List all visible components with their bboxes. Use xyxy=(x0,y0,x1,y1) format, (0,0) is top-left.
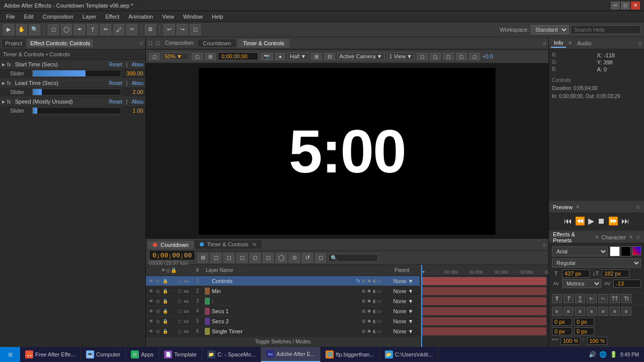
toolbar-btn-8[interactable]: ✏ xyxy=(100,24,111,35)
taskbar-item-apps[interactable]: ⊞ Apps xyxy=(126,347,159,362)
font-color-gradient[interactable] xyxy=(632,246,641,255)
menu-item-edit[interactable]: Edit xyxy=(20,13,38,21)
align-center-btn[interactable]: ≡ xyxy=(564,307,574,316)
reset-btn-1[interactable]: Reset xyxy=(109,62,122,67)
effects-menu-icon[interactable]: ≡ xyxy=(636,233,640,241)
solo-icon-5[interactable]: ◎ xyxy=(155,318,161,324)
taskbar-item-explorer[interactable]: 📂 C:\Users\nkitt... xyxy=(380,347,438,362)
slider-bar-1[interactable] xyxy=(32,70,121,77)
slider-value-2[interactable]: 2.00 xyxy=(123,89,143,95)
toolbar-btn-4[interactable]: ◻ xyxy=(48,24,59,35)
preview-res-btn[interactable]: ◻ xyxy=(192,53,203,60)
comp-menu-icon[interactable]: ≡ xyxy=(542,39,546,47)
eye-icon-3[interactable]: 👁 xyxy=(148,298,154,304)
shy-icon-1[interactable]: · xyxy=(169,278,175,284)
sw5-3[interactable]: ◐ xyxy=(373,319,377,324)
align-right-btn[interactable]: ≡ xyxy=(575,307,585,316)
collapse-icon-1[interactable]: ◻ xyxy=(176,278,182,284)
tl-btn-camera[interactable]: ◻ xyxy=(210,253,221,263)
shy-icon-4[interactable]: · xyxy=(169,308,175,314)
toolbar-btn-6[interactable]: ✒ xyxy=(74,24,85,35)
audio-tab[interactable]: Audio xyxy=(574,39,594,47)
taskbar-item-ae[interactable]: Ae Adobe After E... xyxy=(261,347,320,362)
solo-icon-6[interactable]: ◎ xyxy=(155,328,161,334)
preview-offset[interactable]: +0.0 xyxy=(482,53,493,59)
layer-row[interactable]: 👁 ◎ 🔒 · ◻ aa 5 Secs 2 ⊞ ✱ xyxy=(146,316,420,326)
preview-panel-menu[interactable]: ≡ xyxy=(636,203,640,211)
space-before-input[interactable] xyxy=(552,327,572,335)
sw4-3[interactable]: ◐ xyxy=(373,309,377,314)
preview-prev-btn[interactable]: ⏪ xyxy=(575,216,585,226)
sw2-2[interactable]: ✱ xyxy=(367,289,371,294)
preview-snap-btn[interactable]: ◻ xyxy=(149,53,160,60)
sw3-1[interactable]: ⊞ xyxy=(362,299,366,304)
all-caps-btn[interactable]: TT xyxy=(610,294,620,303)
preview-btn-e[interactable]: ◻ xyxy=(469,53,480,60)
font-color-white[interactable] xyxy=(610,246,620,256)
sw5-2[interactable]: ✱ xyxy=(367,319,371,324)
slider-value-1[interactable]: 300.00 xyxy=(123,70,143,76)
tracking-input[interactable] xyxy=(613,280,641,288)
underline-btn[interactable]: T xyxy=(575,294,585,303)
shy-icon-6[interactable]: · xyxy=(169,328,175,334)
justify-left-btn[interactable]: ≡ xyxy=(587,307,597,316)
indent-left-input[interactable] xyxy=(552,318,572,326)
font-family-select[interactable]: Arial xyxy=(552,246,608,256)
toolbar-btn-7[interactable]: T xyxy=(87,24,98,35)
start-button[interactable]: ⊞ xyxy=(0,347,20,362)
comp-tab-countdown[interactable]: Countdown xyxy=(197,39,236,48)
layer-row[interactable]: 👁 ◎ 🔒 · ◻ aa 3 : ⊞ ✱ ◐ xyxy=(146,296,420,306)
effects-presets-tab[interactable]: Effects & Presets xyxy=(553,231,592,243)
eye-icon-2[interactable]: 👁 xyxy=(148,288,154,294)
effect-header-start-time[interactable]: ▶ fx Start Time (Secs) Reset | Abou xyxy=(0,60,145,69)
sw-1[interactable]: ⊞ xyxy=(362,279,366,284)
comp-tab-timer[interactable]: Timer & Controls xyxy=(237,39,290,48)
toolbar-btn-5[interactable]: ◯ xyxy=(61,24,72,35)
maximize-button[interactable]: □ xyxy=(621,2,630,10)
space-after-input[interactable] xyxy=(574,327,594,335)
solo-icon-3[interactable]: ◎ xyxy=(155,298,161,304)
lock-icon-3[interactable]: 🔒 xyxy=(162,298,168,304)
taskbar-item-spacemo[interactable]: 📁 C: - SpaceMo... xyxy=(202,347,261,362)
layer-row[interactable]: 👁 ◎ 🔒 · ◻ aa 2 Min ⊞ ✱ xyxy=(146,286,420,296)
preview-time[interactable]: 0;00;00;00 xyxy=(218,52,258,60)
collapse-icon-2[interactable]: ◻ xyxy=(176,288,182,294)
preview-grid-btn2[interactable]: ⊟ xyxy=(324,53,335,60)
playhead[interactable] xyxy=(421,265,422,347)
toolbar-btn-preview[interactable]: ◻ xyxy=(190,24,201,35)
sw5-4[interactable]: ▷ xyxy=(378,319,382,324)
tab-effect-controls[interactable]: Effect Controls: Controls xyxy=(27,39,93,47)
lock-icon-1[interactable]: 🔒 xyxy=(162,278,168,284)
aa-icon-5[interactable]: aa xyxy=(183,318,189,324)
solo-icon-4[interactable]: ◎ xyxy=(155,308,161,314)
superscript-btn[interactable]: T↑ xyxy=(587,294,597,303)
sw6-4[interactable]: ▷ xyxy=(378,329,382,334)
lock-icon-2[interactable]: 🔒 xyxy=(162,288,168,294)
tl-btn-extra[interactable]: ◻ xyxy=(315,253,326,263)
timeline-search[interactable] xyxy=(328,254,378,262)
eye-icon-6[interactable]: 👁 xyxy=(148,328,154,334)
aa-icon-1[interactable]: aa xyxy=(183,278,189,284)
lock-icon-6[interactable]: 🔒 xyxy=(162,328,168,334)
eye-icon-1[interactable]: 👁 xyxy=(148,278,154,284)
sw4-2[interactable]: ✱ xyxy=(367,309,371,314)
collapse-icon-6[interactable]: ◻ xyxy=(176,328,182,334)
kerning-method-select[interactable]: Metrics xyxy=(562,279,601,288)
menu-item-window[interactable]: Window xyxy=(179,13,207,21)
italic-btn[interactable]: T xyxy=(564,294,574,303)
effect-header-speed[interactable]: ▶ fx Speed (Mostly Unused) Reset | Abou xyxy=(0,97,145,106)
preview-panel-tab[interactable]: Preview xyxy=(553,204,573,210)
tl-btn-bones[interactable]: ◻ xyxy=(250,253,261,263)
align-left-btn[interactable]: ≡ xyxy=(552,307,562,316)
sw-4[interactable]: ▷ xyxy=(378,279,382,284)
bold-btn[interactable]: T xyxy=(552,294,562,303)
solo-icon-2[interactable]: ◎ xyxy=(155,288,161,294)
aa-icon-3[interactable]: aa xyxy=(183,298,189,304)
sw4-4[interactable]: ▷ xyxy=(378,309,382,314)
preview-color-btn[interactable]: ● xyxy=(275,53,285,60)
view-select[interactable]: 1 View ▼ xyxy=(387,52,415,60)
close-button[interactable]: ✕ xyxy=(631,2,640,10)
aa-icon-6[interactable]: aa xyxy=(183,328,189,334)
tl-btn-solo[interactable]: ◻ xyxy=(223,253,234,263)
quality-select[interactable]: Half ▼ xyxy=(287,52,308,60)
